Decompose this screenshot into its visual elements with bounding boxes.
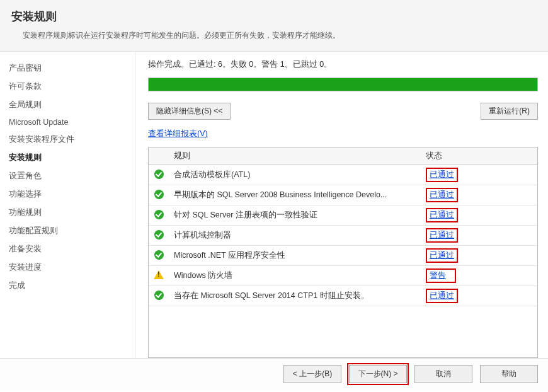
page-description: 安装程序规则标识在运行安装程序时可能发生的问题。必须更正所有失败，安装程序才能继… <box>11 30 537 41</box>
status-link[interactable]: 已通过 <box>430 190 454 199</box>
status-cell: 已通过 <box>421 165 537 185</box>
cancel-button[interactable]: 取消 <box>414 365 472 383</box>
status-cell: 已通过 <box>421 205 537 226</box>
col-icon <box>149 147 169 165</box>
rule-cell: Microsoft .NET 应用程序安全性 <box>169 246 421 266</box>
status-link[interactable]: 已通过 <box>430 170 454 179</box>
table-row: 当存在 Microsoft SQL Server 2014 CTP1 时阻止安装… <box>149 286 537 306</box>
check-icon <box>149 165 169 185</box>
col-status: 状态 <box>421 147 537 165</box>
hide-details-button[interactable]: 隐藏详细信息(S) << <box>148 103 231 120</box>
sidebar: 产品密钥许可条款全局规则Microsoft Update安装安装程序文件安装规则… <box>0 52 135 358</box>
action-row: 隐藏详细信息(S) << 重新运行(R) <box>148 103 538 120</box>
sidebar-item-7[interactable]: 功能选择 <box>6 185 135 204</box>
rule-cell: 早期版本的 SQL Server 2008 Business Intellige… <box>169 185 421 205</box>
check-icon <box>149 205 169 226</box>
rule-cell: 合成活动模板库(ATL) <box>169 165 421 185</box>
rule-cell: 当存在 Microsoft SQL Server 2014 CTP1 时阻止安装… <box>169 286 421 306</box>
status-summary: 操作完成。已通过: 6。失败 0。警告 1。已跳过 0。 <box>148 59 538 70</box>
sidebar-item-0[interactable]: 产品密钥 <box>6 59 135 78</box>
warning-icon <box>149 266 169 286</box>
header: 安装规则 安装程序规则标识在运行安装程序时可能发生的问题。必须更正所有失败，安装… <box>0 0 548 52</box>
sidebar-item-9[interactable]: 功能配置规则 <box>6 222 135 240</box>
check-icon <box>149 286 169 306</box>
help-button[interactable]: 帮助 <box>480 365 538 383</box>
table-row: 合成活动模板库(ATL)已通过 <box>149 165 537 185</box>
rules-table: 规则 状态 合成活动模板库(ATL)已通过早期版本的 SQL Server 20… <box>149 147 537 306</box>
sidebar-item-10[interactable]: 准备安装 <box>6 240 135 258</box>
status-link[interactable]: 已通过 <box>430 291 454 300</box>
check-icon <box>149 246 169 266</box>
sidebar-item-3[interactable]: Microsoft Update <box>6 114 135 130</box>
table-row: 针对 SQL Server 注册表项的一致性验证已通过 <box>149 205 537 226</box>
main-panel: 操作完成。已通过: 6。失败 0。警告 1。已跳过 0。 隐藏详细信息(S) <… <box>135 52 548 358</box>
check-icon <box>149 226 169 246</box>
rule-cell: 针对 SQL Server 注册表项的一致性验证 <box>169 205 421 226</box>
sidebar-item-5[interactable]: 安装规则 <box>6 149 135 167</box>
status-cell: 已通过 <box>421 185 537 205</box>
sidebar-item-4[interactable]: 安装安装程序文件 <box>6 130 135 149</box>
table-row: Windows 防火墙警告 <box>149 266 537 286</box>
rules-table-wrap: 规则 状态 合成活动模板库(ATL)已通过早期版本的 SQL Server 20… <box>148 147 538 358</box>
rule-cell: Windows 防火墙 <box>169 266 421 286</box>
status-cell: 已通过 <box>421 286 537 306</box>
rule-cell: 计算机域控制器 <box>169 226 421 246</box>
page-title: 安装规则 <box>11 9 537 24</box>
status-cell: 警告 <box>421 266 537 286</box>
check-icon <box>149 185 169 205</box>
sidebar-item-6[interactable]: 设置角色 <box>6 167 135 185</box>
status-link[interactable]: 已通过 <box>430 231 454 239</box>
sidebar-item-8[interactable]: 功能规则 <box>6 204 135 222</box>
body: 产品密钥许可条款全局规则Microsoft Update安装安装程序文件安装规则… <box>0 52 548 358</box>
table-row: Microsoft .NET 应用程序安全性已通过 <box>149 246 537 266</box>
sidebar-item-11[interactable]: 安装进度 <box>6 258 135 277</box>
next-button[interactable]: 下一步(N) > <box>349 365 407 383</box>
sidebar-item-12[interactable]: 完成 <box>6 277 135 295</box>
col-rule: 规则 <box>169 147 421 165</box>
progress-bar <box>148 78 538 91</box>
status-link[interactable]: 已通过 <box>430 210 454 219</box>
sidebar-item-1[interactable]: 许可条款 <box>6 78 135 96</box>
view-report-link[interactable]: 查看详细报表(V) <box>148 129 538 139</box>
footer: < 上一步(B) 下一步(N) > 取消 帮助 <box>0 358 548 389</box>
back-button[interactable]: < 上一步(B) <box>283 365 341 383</box>
table-row: 早期版本的 SQL Server 2008 Business Intellige… <box>149 185 537 205</box>
sidebar-item-2[interactable]: 全局规则 <box>6 96 135 114</box>
table-row: 计算机域控制器已通过 <box>149 226 537 246</box>
status-cell: 已通过 <box>421 226 537 246</box>
status-link[interactable]: 警告 <box>430 271 446 280</box>
progress-fill <box>149 78 537 91</box>
status-cell: 已通过 <box>421 246 537 266</box>
rerun-button[interactable]: 重新运行(R) <box>481 103 538 120</box>
status-link[interactable]: 已通过 <box>430 251 454 260</box>
